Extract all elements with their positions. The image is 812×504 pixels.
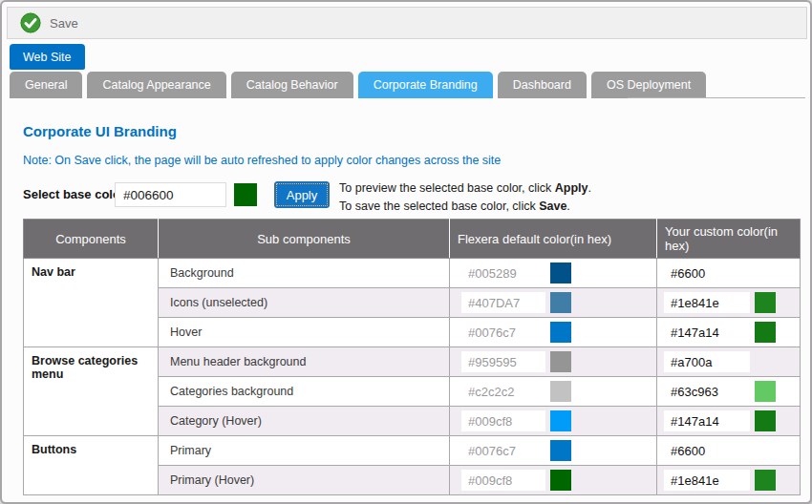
- save-check-icon: [19, 11, 42, 34]
- default-color-swatch[interactable]: [550, 292, 571, 313]
- tab-web-site[interactable]: Web Site: [10, 44, 85, 70]
- custom-hex-input[interactable]: [664, 351, 750, 372]
- default-color-cell: [450, 466, 657, 495]
- tab-general-label: General: [25, 78, 67, 92]
- default-color-cell: [450, 347, 657, 377]
- custom-hex-input[interactable]: [664, 262, 750, 284]
- tab-web-site-label: Web Site: [23, 51, 72, 64]
- tab-general[interactable]: General: [10, 72, 82, 98]
- default-color-cell: [450, 288, 657, 318]
- table-row: Nav barBackground: [24, 259, 801, 288]
- component-cell: Buttons: [24, 436, 159, 495]
- sub-component-cell: Menu header background: [159, 347, 450, 377]
- header-custom-color: Your custom color(in hex): [657, 220, 801, 259]
- tab-dashboard-label: Dashboard: [513, 78, 571, 92]
- custom-color-cell: [657, 288, 801, 318]
- default-hex-input[interactable]: [461, 351, 545, 372]
- branding-table: Components Sub components Flexera defaul…: [23, 219, 801, 495]
- custom-hex-input[interactable]: [664, 410, 750, 431]
- default-color-swatch[interactable]: [550, 410, 571, 431]
- tab-catalog-appearance[interactable]: Catalog Appearance: [87, 72, 225, 98]
- default-color-cell: [450, 318, 657, 347]
- custom-color-cell: [657, 407, 801, 436]
- custom-color-swatch[interactable]: [755, 292, 776, 313]
- custom-color-cell: [657, 347, 801, 377]
- custom-color-cell: [657, 436, 801, 466]
- default-hex-input[interactable]: [461, 410, 545, 431]
- save-button[interactable]: Save: [19, 11, 78, 34]
- tab-os-deployment[interactable]: OS Deployment: [591, 72, 706, 98]
- apply-save-instructions: To preview the selected base color, clic…: [339, 179, 591, 216]
- custom-hex-input[interactable]: [664, 322, 750, 343]
- default-color-cell: [450, 377, 657, 407]
- custom-color-cell: [657, 318, 801, 347]
- custom-hex-input[interactable]: [664, 470, 750, 491]
- default-hex-input[interactable]: [461, 292, 545, 313]
- default-color-swatch[interactable]: [550, 262, 571, 284]
- tab-dashboard[interactable]: Dashboard: [498, 72, 587, 98]
- default-hex-input[interactable]: [461, 440, 545, 461]
- custom-color-swatch[interactable]: [755, 322, 776, 343]
- default-color-cell: [450, 259, 657, 288]
- sub-component-cell: Primary: [159, 436, 450, 466]
- base-color-input[interactable]: [115, 182, 226, 207]
- apply-button[interactable]: Apply: [274, 181, 330, 208]
- sub-component-cell: Icons (unselected): [159, 288, 450, 318]
- table-row: ButtonsPrimary: [24, 436, 801, 466]
- tab-corporate-branding-label: Corporate Branding: [374, 78, 478, 92]
- custom-color-swatch[interactable]: [755, 381, 776, 402]
- custom-color-cell: [657, 377, 801, 407]
- sub-component-cell: Background: [159, 259, 450, 288]
- custom-color-cell: [657, 259, 801, 288]
- header-components: Components: [24, 220, 159, 259]
- custom-hex-input[interactable]: [664, 381, 750, 402]
- sub-component-cell: Primary (Hover): [159, 466, 450, 495]
- instruction-line-2: To save the selected base color, click S…: [339, 198, 591, 216]
- component-cell: Nav bar: [24, 259, 159, 347]
- tabstrip-underline: [628, 97, 805, 98]
- default-hex-input[interactable]: [461, 262, 545, 284]
- toolbar: Save: [7, 7, 807, 39]
- app-window: Save Web Site General Catalog Appearance…: [0, 0, 812, 504]
- base-color-swatch[interactable]: [234, 183, 257, 206]
- tab-catalog-behavior-label: Catalog Behavior: [246, 78, 338, 92]
- save-label: Save: [50, 16, 78, 31]
- tab-catalog-appearance-label: Catalog Appearance: [102, 78, 210, 92]
- sub-component-cell: Category (Hover): [159, 407, 450, 436]
- component-cell: Browse categories menu: [24, 347, 159, 436]
- default-color-swatch[interactable]: [550, 322, 571, 343]
- table-row: Browse categories menuMenu header backgr…: [24, 347, 801, 377]
- custom-color-cell: [657, 466, 801, 495]
- default-color-swatch[interactable]: [550, 470, 571, 491]
- custom-hex-input[interactable]: [664, 292, 750, 313]
- default-color-swatch[interactable]: [550, 381, 571, 402]
- default-color-swatch[interactable]: [550, 440, 571, 461]
- sub-component-cell: Hover: [159, 318, 450, 347]
- page-title: Corporate UI Branding: [23, 123, 177, 139]
- custom-hex-input[interactable]: [664, 440, 750, 461]
- tab-os-deployment-label: OS Deployment: [607, 78, 691, 92]
- default-color-cell: [450, 436, 657, 466]
- default-color-swatch[interactable]: [550, 351, 571, 372]
- tab-corporate-branding[interactable]: Corporate Branding: [358, 72, 493, 98]
- branding-table-body: Nav barBackgroundIcons (unselected)Hover…: [24, 259, 801, 495]
- header-default-color: Flexera default color(in hex): [450, 220, 657, 259]
- table-header-row: Components Sub components Flexera defaul…: [24, 220, 801, 259]
- header-sub-components: Sub components: [159, 220, 450, 259]
- page-note: Note: On Save click, the page will be au…: [23, 154, 501, 167]
- custom-color-swatch[interactable]: [755, 410, 776, 431]
- sub-component-cell: Categories background: [159, 377, 450, 407]
- tab-strip: General Catalog Appearance Catalog Behav…: [10, 72, 706, 98]
- default-hex-input[interactable]: [461, 470, 545, 491]
- default-hex-input[interactable]: [461, 381, 545, 402]
- default-hex-input[interactable]: [461, 322, 545, 343]
- default-color-cell: [450, 407, 657, 436]
- instruction-line-1: To preview the selected base color, clic…: [339, 179, 591, 198]
- custom-color-swatch[interactable]: [755, 470, 776, 491]
- tab-catalog-behavior[interactable]: Catalog Behavior: [231, 72, 353, 98]
